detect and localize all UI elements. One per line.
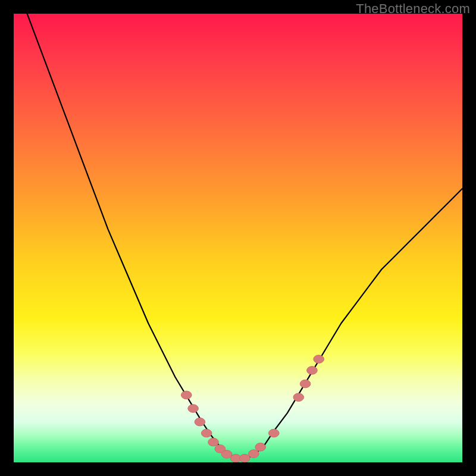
watermark-text: TheBottleneck.com bbox=[356, 1, 470, 17]
plot-frame bbox=[14, 14, 462, 462]
markers-canvas bbox=[14, 14, 462, 462]
